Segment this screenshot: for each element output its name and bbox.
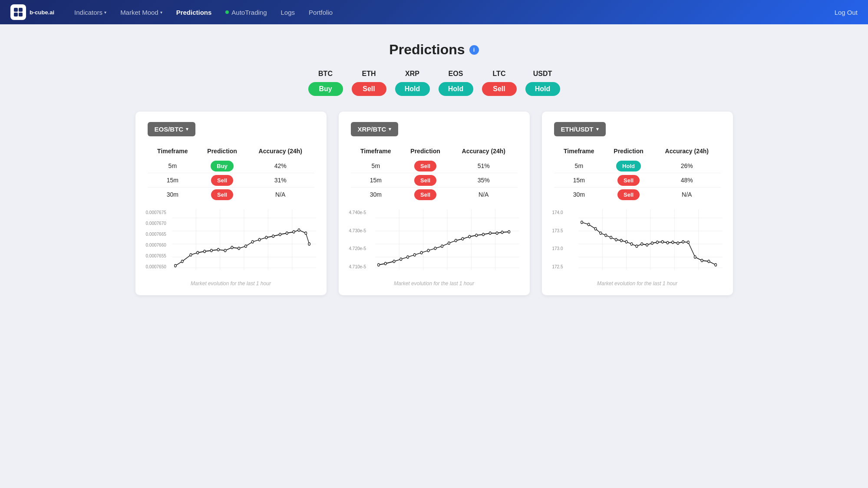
coin-col-ltc: LTC Sell bbox=[478, 70, 521, 96]
nav-predictions[interactable]: Predictions bbox=[170, 5, 218, 20]
timeframe-cell: 5m bbox=[351, 159, 401, 173]
table-header-row: Timeframe Prediction Accuracy (24h) bbox=[148, 145, 314, 159]
coin-name-eth: ETH bbox=[362, 70, 376, 78]
card-1: XRP/BTC ▾ Timeframe Prediction Accuracy … bbox=[339, 112, 530, 295]
coin-signals-row: BTC Buy ETH Sell XRP Hold EOS Hold LTC S… bbox=[17, 70, 851, 96]
chart-point bbox=[661, 241, 663, 243]
chart-point bbox=[600, 232, 602, 234]
nav-logs[interactable]: Logs bbox=[275, 5, 301, 20]
chart-point bbox=[244, 245, 247, 247]
coin-badge-btc: Buy bbox=[308, 82, 343, 96]
coin-name-xrp: XRP bbox=[405, 70, 419, 78]
logout-button[interactable]: Log Out bbox=[835, 9, 858, 16]
chart-point bbox=[393, 260, 395, 263]
card-0: EOS/BTC ▾ Timeframe Prediction Accuracy … bbox=[135, 112, 327, 295]
coin-col-eth: ETH Sell bbox=[347, 70, 391, 96]
chart-point bbox=[682, 241, 684, 243]
nav-autotrading[interactable]: AutoTrading bbox=[219, 5, 273, 20]
accuracy-cell: 26% bbox=[653, 159, 721, 173]
coin-col-xrp: XRP Hold bbox=[391, 70, 434, 96]
pred-badge: Buy bbox=[211, 161, 234, 171]
coin-col-eos: EOS Hold bbox=[434, 70, 478, 96]
prediction-cell: Sell bbox=[401, 173, 450, 188]
chart-point bbox=[594, 228, 597, 230]
coin-badge-eth: Sell bbox=[352, 82, 386, 96]
card-header: XRP/BTC ▾ bbox=[351, 122, 518, 136]
card-header: ETH/USDT ▾ bbox=[554, 122, 721, 136]
chart-svg bbox=[375, 209, 519, 270]
chart-point bbox=[610, 236, 612, 239]
chart-point bbox=[258, 238, 261, 241]
chart-point bbox=[210, 249, 212, 252]
dropdown-caret: ▾ bbox=[389, 126, 391, 132]
timeframe-cell: 30m bbox=[148, 188, 198, 202]
logo[interactable]: b-cube.ai bbox=[10, 4, 54, 20]
table-header-row: Timeframe Prediction Accuracy (24h) bbox=[351, 145, 518, 159]
chart-point bbox=[667, 241, 669, 244]
chart-area: 174.0173.5173.0172.5 bbox=[552, 209, 723, 279]
chart-point bbox=[672, 241, 674, 244]
col-accuracy: Accuracy (24h) bbox=[247, 145, 314, 159]
page-title: Predictions i bbox=[389, 42, 479, 58]
predictions-table: Timeframe Prediction Accuracy (24h) 5m H… bbox=[554, 145, 721, 201]
chart-point bbox=[455, 239, 457, 242]
accuracy-cell: N/A bbox=[653, 188, 721, 202]
y-label: 174.0 bbox=[552, 210, 563, 215]
chart-point bbox=[420, 251, 422, 254]
nav-indicators[interactable]: Indicators ▾ bbox=[68, 5, 112, 20]
col-accuracy: Accuracy (24h) bbox=[450, 145, 518, 159]
chart-point bbox=[427, 249, 429, 252]
chart-point bbox=[615, 238, 617, 241]
table-row: 5m Hold 26% bbox=[554, 159, 721, 173]
y-label: 0.0007655 bbox=[146, 254, 166, 258]
col-timeframe: Timeframe bbox=[148, 145, 198, 159]
table-row: 15m Sell 35% bbox=[351, 173, 518, 188]
table-row: 15m Sell 48% bbox=[554, 173, 721, 188]
pred-badge: Sell bbox=[617, 189, 640, 200]
chart-caption: Market evolution for the last 1 hour bbox=[148, 280, 314, 287]
nav-portfolio[interactable]: Portfolio bbox=[303, 5, 339, 20]
col-prediction: Prediction bbox=[604, 145, 653, 159]
chart-point bbox=[190, 254, 192, 256]
table-row: 30m Sell N/A bbox=[351, 188, 518, 202]
pred-badge: Sell bbox=[211, 175, 233, 186]
chart-point bbox=[308, 243, 310, 245]
pair-selector[interactable]: EOS/BTC ▾ bbox=[148, 122, 196, 136]
prediction-cell: Hold bbox=[604, 159, 653, 173]
accuracy-cell: 31% bbox=[247, 173, 314, 188]
col-prediction: Prediction bbox=[198, 145, 247, 159]
info-icon[interactable]: i bbox=[469, 45, 479, 55]
coin-col-btc: BTC Buy bbox=[304, 70, 347, 96]
chart-point bbox=[482, 233, 484, 236]
prediction-cell: Sell bbox=[198, 173, 247, 188]
pair-selector[interactable]: XRP/BTC ▾ bbox=[351, 122, 399, 136]
chart-point bbox=[640, 243, 643, 245]
table-row: 5m Sell 51% bbox=[351, 159, 518, 173]
y-axis-labels: 174.0173.5173.0172.5 bbox=[552, 209, 563, 270]
pair-selector[interactable]: ETH/USDT ▾ bbox=[554, 122, 606, 136]
chart-point bbox=[238, 247, 240, 250]
chart-area: 4.740e-54.730e-54.720e-54.710e-5 bbox=[349, 209, 519, 279]
chart-point bbox=[231, 246, 233, 249]
svg-rect-1 bbox=[19, 8, 23, 12]
main-content: Predictions i BTC Buy ETH Sell XRP Hold … bbox=[0, 24, 868, 321]
y-label: 172.5 bbox=[552, 264, 563, 269]
chart-point bbox=[377, 264, 380, 266]
y-label: 4.730e-5 bbox=[349, 228, 366, 233]
chart-point bbox=[620, 239, 622, 242]
y-label: 173.0 bbox=[552, 246, 563, 251]
predictions-table: Timeframe Prediction Accuracy (24h) 5m B… bbox=[148, 145, 314, 201]
nav-market-mood[interactable]: Market Mood ▾ bbox=[114, 5, 168, 20]
chart-point bbox=[714, 264, 716, 266]
prediction-cell: Buy bbox=[198, 159, 247, 173]
accuracy-cell: N/A bbox=[247, 188, 314, 202]
chart-line bbox=[378, 232, 508, 265]
pred-badge: Sell bbox=[414, 189, 436, 200]
chart-point bbox=[646, 244, 648, 246]
timeframe-cell: 5m bbox=[148, 159, 198, 173]
timeframe-cell: 15m bbox=[351, 173, 401, 188]
chart-point bbox=[413, 254, 416, 256]
chart-point bbox=[587, 223, 590, 226]
chart-point bbox=[441, 245, 443, 247]
y-axis-labels: 0.00076750.00076700.00076650.00076600.00… bbox=[146, 209, 166, 270]
